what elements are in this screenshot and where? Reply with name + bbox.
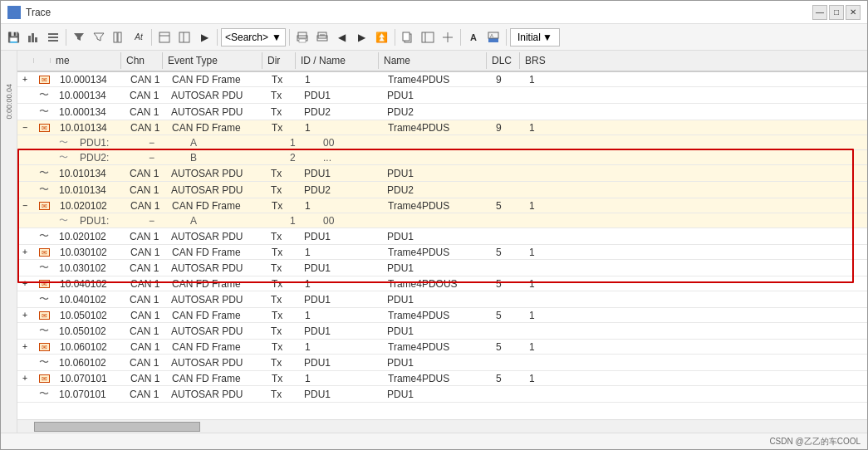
expand-icon[interactable]: +: [22, 247, 27, 257]
signal-icon: 〜: [39, 387, 49, 401]
maximize-button[interactable]: □: [829, 5, 844, 20]
layout-button[interactable]: [155, 28, 174, 46]
table-row[interactable]: + ✉ 10.040102 CAN 1 CAN FD Frame Tx 1 Tr…: [17, 276, 867, 291]
name-cell: PDU1: [382, 293, 490, 306]
table-row[interactable]: + ✉ 10.070101 CAN 1 CAN FD Frame Tx 1 Tr…: [17, 371, 867, 386]
icon-cell: 〜: [34, 87, 54, 103]
save-button[interactable]: 💾: [4, 28, 22, 46]
table-row[interactable]: + ✉ 10.030102 CAN 1 CAN FD Frame Tx 1 Tr…: [17, 245, 867, 260]
separator-7: [506, 29, 507, 46]
table-row[interactable]: 〜 10.000134 CAN 1 AUTOSAR PDU Tx PDU2 PD…: [17, 104, 867, 120]
table-row[interactable]: 〜 10.030102 CAN 1 AUTOSAR PDU Tx PDU1 PD…: [17, 260, 867, 276]
expand-icon[interactable]: +: [22, 342, 27, 351]
copy-button[interactable]: [399, 28, 417, 46]
print2-button[interactable]: [313, 28, 331, 46]
col-dir[interactable]: Dir: [262, 52, 296, 69]
expand-icon[interactable]: +: [22, 374, 27, 383]
close-button[interactable]: ✕: [846, 5, 861, 20]
svg-rect-9: [114, 32, 117, 42]
id-cell: 1: [300, 372, 383, 385]
expand-icon[interactable]: +: [22, 311, 27, 320]
col-dlc[interactable]: DLC: [487, 52, 520, 69]
col-id[interactable]: ID / Name: [296, 52, 379, 69]
columns-button[interactable]: [110, 28, 128, 46]
search-box[interactable]: <Search> ▼: [221, 28, 286, 46]
table-row[interactable]: 〜 10.040102 CAN 1 AUTOSAR PDU Tx PDU1 PD…: [17, 291, 867, 308]
expand-cell[interactable]: +: [17, 278, 34, 289]
horizontal-scrollbar[interactable]: [17, 419, 867, 433]
expand-icon[interactable]: +: [22, 279, 27, 288]
filter2-button[interactable]: [90, 28, 108, 46]
table-row[interactable]: 〜 PDU2: − B 2 ...: [17, 150, 867, 165]
initial-dropdown[interactable]: Initial ▼: [510, 28, 560, 46]
table-row[interactable]: + ✉ 10.000134 CAN 1 CAN FD Frame Tx 1 Tr…: [17, 72, 867, 87]
table-row[interactable]: 〜 10.020102 CAN 1 AUTOSAR PDU Tx PDU1 PD…: [17, 228, 867, 245]
print-button[interactable]: [293, 28, 311, 46]
list-button[interactable]: [44, 28, 62, 46]
name-cell: [401, 220, 509, 222]
nav-forward[interactable]: ▶: [353, 28, 371, 46]
chart-button[interactable]: [24, 28, 42, 46]
col-brs[interactable]: BRS: [520, 52, 553, 69]
table-row[interactable]: + ✉ 10.050102 CAN 1 CAN FD Frame Tx 1 Tr…: [17, 308, 867, 323]
event-cell: AUTOSAR PDU: [166, 262, 266, 275]
font-size-button[interactable]: A: [464, 28, 483, 46]
expand-icon[interactable]: −: [22, 201, 27, 210]
name-cell: PDU1: [382, 230, 490, 243]
chn-cell: CAN 1: [125, 230, 166, 243]
expand-cell[interactable]: +: [17, 373, 34, 384]
dlc-cell: 5: [491, 309, 524, 322]
table-row[interactable]: 〜 10.060102 CAN 1 AUTOSAR PDU Tx PDU1 PD…: [17, 355, 867, 371]
expand-icon[interactable]: +: [22, 75, 27, 84]
expand-cell[interactable]: +: [17, 341, 34, 352]
chn-cell: CAN 1: [125, 262, 166, 275]
layout2-button[interactable]: [175, 28, 194, 46]
dlc-cell: 5: [491, 340, 524, 354]
col-event[interactable]: Event Type: [163, 52, 262, 69]
name-cell: PDU1: [382, 356, 490, 369]
expand-cell[interactable]: −: [17, 200, 34, 211]
expand-cell: [17, 362, 34, 364]
expand-icon[interactable]: −: [22, 123, 27, 132]
col-name[interactable]: Name: [379, 52, 487, 69]
chn-cell: CAN 1: [125, 340, 167, 354]
event-cell: CAN FD Frame: [167, 309, 267, 322]
table-row[interactable]: 〜 10.070101 CAN 1 AUTOSAR PDU Tx PDU1 PD…: [17, 386, 867, 403]
table-row[interactable]: 〜 PDU1: − A 1 00: [17, 213, 867, 228]
color-button[interactable]: A: [484, 28, 503, 46]
table-row[interactable]: 〜 PDU1: − A 1 00: [17, 135, 867, 150]
table-body[interactable]: + ✉ 10.000134 CAN 1 CAN FD Frame Tx 1 Tr…: [17, 72, 867, 419]
expand-cell[interactable]: +: [17, 310, 34, 320]
filter-button[interactable]: [70, 28, 88, 46]
svg-rect-0: [9, 7, 19, 17]
view-button[interactable]: [419, 28, 437, 46]
signal-icon: 〜: [39, 261, 49, 275]
msg-icon: ✉: [39, 374, 50, 383]
time-cell: 10.020102: [55, 199, 125, 213]
table-row[interactable]: 〜 10.000134 CAN 1 AUTOSAR PDU Tx PDU1 PD…: [17, 87, 867, 104]
table-row[interactable]: 〜 10.010134 CAN 1 AUTOSAR PDU Tx PDU1 PD…: [17, 165, 867, 182]
table-row[interactable]: + ✉ 10.060102 CAN 1 CAN FD Frame Tx 1 Tr…: [17, 340, 867, 355]
id-cell: PDU1: [299, 262, 382, 275]
table-row[interactable]: − ✉ 10.010134 CAN 1 CAN FD Frame Tx 1 Tr…: [17, 120, 867, 135]
col-chn[interactable]: Chn: [121, 52, 163, 69]
expand-cell[interactable]: −: [17, 122, 34, 133]
icon-cell: 〜: [34, 291, 54, 307]
nav-back[interactable]: ◀: [333, 28, 351, 46]
expand-cell[interactable]: +: [17, 74, 34, 85]
time-button[interactable]: At: [130, 28, 148, 46]
event-cell: AUTOSAR PDU: [166, 356, 266, 369]
table-row[interactable]: − ✉ 10.020102 CAN 1 CAN FD Frame Tx 1 Tr…: [17, 198, 867, 213]
table-row[interactable]: 〜 10.010134 CAN 1 AUTOSAR PDU Tx PDU2 PD…: [17, 182, 867, 198]
svg-rect-17: [299, 39, 306, 42]
scrollbar-thumb[interactable]: [34, 422, 200, 432]
table-row[interactable]: 〜 10.050102 CAN 1 AUTOSAR PDU Tx PDU1 PD…: [17, 323, 867, 340]
expand-button[interactable]: [439, 28, 457, 46]
minimize-button[interactable]: —: [812, 5, 827, 20]
id-cell: PDU1: [299, 293, 382, 306]
nav-up[interactable]: ⏫: [373, 28, 391, 46]
col-time[interactable]: me: [51, 52, 121, 69]
expand-cell[interactable]: +: [17, 247, 34, 257]
play-button[interactable]: ▶: [195, 28, 213, 46]
id-cell: 00: [318, 214, 401, 227]
